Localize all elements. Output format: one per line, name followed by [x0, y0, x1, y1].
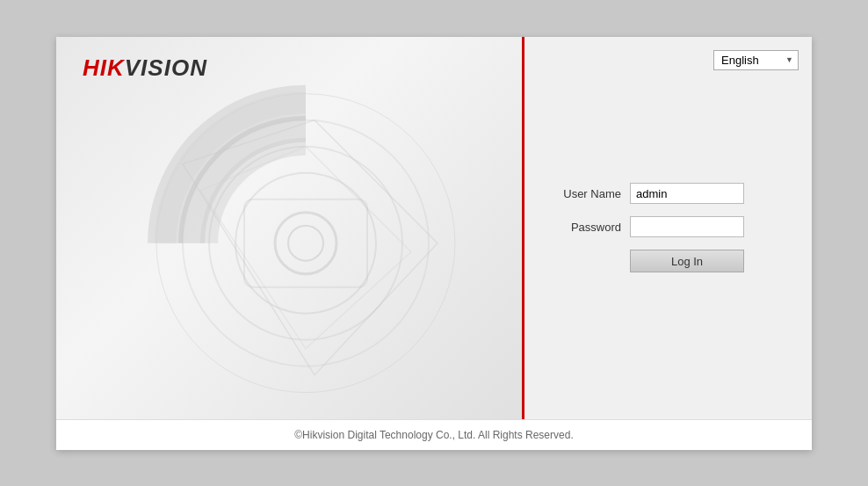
copyright-text: ©Hikvision Digital Technology Co., Ltd. …	[294, 429, 573, 441]
username-label: User Name	[551, 187, 621, 200]
svg-point-7	[288, 226, 323, 261]
logo: HIKVISION	[83, 54, 207, 82]
arcs-graphic	[139, 76, 473, 413]
svg-point-4	[235, 173, 376, 314]
footer: ©Hikvision Digital Technology Co., Ltd. …	[56, 419, 812, 450]
language-selector[interactable]: 繁體中文 English Български Magyar Ελληνικά D…	[713, 50, 799, 70]
content-area: HIKVISION	[56, 37, 812, 419]
password-row: Password	[551, 216, 785, 237]
login-form: User Name Password Log In	[551, 183, 785, 272]
logo-vision: VISION	[125, 54, 207, 81]
svg-point-6	[275, 213, 336, 274]
password-input[interactable]	[630, 216, 744, 237]
username-input[interactable]	[630, 183, 744, 204]
logo-text: HIKVISION	[83, 54, 207, 82]
language-select[interactable]: 繁體中文 English Български Magyar Ελληνικά D…	[713, 50, 799, 70]
logo-hik: HIK	[83, 54, 125, 81]
login-button[interactable]: Log In	[630, 250, 744, 272]
left-panel: HIKVISION	[56, 37, 522, 419]
password-label: Password	[551, 221, 621, 234]
right-panel: 繁體中文 English Български Magyar Ελληνικά D…	[524, 37, 812, 419]
main-container: HIKVISION	[56, 37, 812, 450]
login-row: Log In	[551, 250, 785, 272]
username-row: User Name	[551, 183, 785, 204]
lang-select-wrapper[interactable]: 繁體中文 English Български Magyar Ελληνικά D…	[713, 50, 799, 70]
